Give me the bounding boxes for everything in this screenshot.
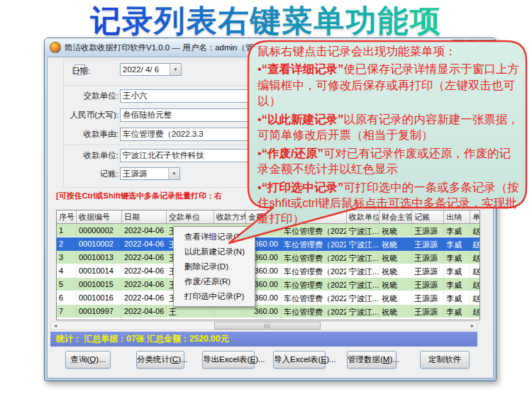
bookkeeper-select[interactable]: 王源源 ▼ [120, 167, 180, 180]
table-cell: 宁波江... [347, 291, 379, 305]
table-cell: 李威 [444, 305, 470, 317]
table-cell: 赵 [470, 264, 480, 278]
table-cell: 2022-04-06 [122, 264, 167, 278]
table-cell: 00010997 [77, 305, 122, 317]
export-excel-button[interactable]: 导出Excel表(E)... [202, 351, 255, 369]
table-cell: 宁波江... [347, 264, 379, 278]
bookkeeper-label: 记账: [59, 169, 118, 179]
batch-print-hint: [可按住Ctrl或Shift键选中多条记录批量打印：右 [56, 191, 222, 201]
table-row[interactable]: 7000109972022-04-06王360.00车位管理费（2022....… [57, 305, 480, 318]
scrollbar-thumb[interactable] [214, 322, 321, 330]
horizontal-scrollbar[interactable]: ◄ ► [50, 321, 477, 330]
table-cell: 00010013 [77, 251, 122, 264]
table-cell: 2022-04-06 [122, 278, 167, 291]
table-cell: 李威 [444, 278, 470, 291]
table-cell: 7 [57, 305, 77, 317]
table-cell: 5 [57, 278, 77, 291]
category-stats-button[interactable]: 分类统计(C)... [136, 351, 184, 369]
customize-button[interactable]: 定制软件 [420, 351, 470, 369]
payer-label: 交款单位: [59, 91, 118, 101]
table-cell: 2022-04-06 [122, 224, 167, 237]
table-row[interactable]: 4000100142022-04-06王360.00车位管理费（2022....… [57, 264, 480, 278]
scroll-left-icon[interactable]: ◄ [51, 322, 60, 330]
date-picker[interactable]: 2022/ 4/ 6 ▼ [120, 63, 182, 76]
query-button[interactable]: 查询(Q)... [65, 351, 111, 369]
date-label: 日期: [31, 66, 90, 77]
table-row[interactable]: 5000100152022-04-06王360.00车位管理费（2022....… [57, 278, 480, 291]
table-cell: 王源源 [412, 278, 444, 291]
table-cell: 2022-04-06 [122, 251, 167, 264]
manage-data-button[interactable]: 管理数据(M)... [347, 351, 397, 369]
table-cell: 赵 [470, 305, 480, 317]
table-cell: 祝晓 [379, 264, 412, 278]
table-cell: 00010014 [77, 264, 122, 278]
page: 记录列表右键菜单功能项 简洁收款收据打印软件V1.0.0 --- 用户名：adm… [0, 0, 532, 399]
status-bar: 统计： 汇总单据：07张 汇总金额：2520.00元 [50, 332, 477, 347]
import-excel-button[interactable]: 导入Excel表(E)... [273, 351, 326, 369]
table-cell: 6 [57, 291, 77, 305]
column-header[interactable]: 收据编号 [77, 210, 122, 223]
table-cell: 4 [57, 264, 77, 278]
table-cell: 车位管理费（2022.... [282, 264, 347, 278]
table-cell: 李威 [444, 291, 470, 305]
column-header[interactable]: 日期 [122, 210, 167, 223]
table-cell: 王源源 [412, 291, 444, 305]
table-row[interactable]: 6000100162022-04-06王360.00车位管理费（2022....… [57, 291, 480, 305]
table-cell: 祝晓 [379, 305, 412, 317]
table-cell: 祝晓 [379, 291, 412, 305]
table-cell: 车位管理费（2022.... [282, 305, 347, 317]
table-cell: 宁波江... [347, 305, 379, 317]
table-cell: 2 [57, 237, 77, 250]
bubble-bullet: •“以此新建记录”以原有记录的内容新建一张票据，可简单修改后开票（相当于复制） [257, 111, 519, 143]
menu-item-print-selected[interactable]: 打印选中记录(P) [174, 289, 255, 304]
table-cell: 3 [57, 251, 77, 264]
table-cell: 车位管理费（2022.... [282, 291, 347, 305]
payee-label: 收款单位: [59, 150, 118, 161]
bubble-bullet: •“作废/还原”可对已有记录作废或还原，作废的记录金额不统计并以红色显示 [257, 145, 519, 177]
table-cell: 车位管理费（2022.... [282, 278, 347, 291]
amount-caps-label: 人民币(大写): [59, 110, 118, 120]
table-cell: 李威 [444, 264, 470, 278]
table-cell: 王源源 [412, 305, 444, 317]
column-header[interactable]: 序号 [57, 210, 77, 223]
table-cell: 00000002 [77, 224, 122, 237]
table-cell: 赵 [470, 291, 480, 305]
table-cell: 1 [57, 224, 77, 237]
bookkeeper-value: 王源源 [123, 168, 168, 179]
table-cell: 2022-04-06 [122, 237, 167, 250]
menu-item-delete-record[interactable]: 删除记录(D) [174, 259, 255, 274]
table-cell: 祝晓 [379, 278, 412, 291]
bubble-content: 鼠标右键点击记录会出现功能菜单项： •“查看详细记录”使已保存记录详情显示于窗口… [257, 43, 519, 227]
table-cell: 2022-04-06 [122, 305, 167, 317]
table-cell: 00010016 [77, 291, 122, 305]
reason-label: 收款事由: [59, 129, 118, 140]
table-cell: 宁波江... [347, 278, 379, 291]
table-cell: 王源源 [412, 264, 444, 278]
bubble-bullet: •“查看详细记录”使已保存记录详情显示于窗口上方编辑框中，可修改后保存或再打印（… [257, 61, 519, 108]
chevron-down-icon[interactable]: ▼ [170, 64, 181, 75]
column-header[interactable]: 交款单位 [167, 210, 214, 223]
app-icon [50, 42, 61, 53]
bubble-intro: 鼠标右键点击记录会出现功能菜单项： [257, 43, 519, 59]
table-cell: 赵 [470, 278, 480, 291]
table-cell: 00010015 [77, 278, 122, 291]
chevron-down-icon[interactable]: ▼ [168, 168, 179, 179]
table-cell: 2022-04-06 [122, 291, 167, 305]
bubble-bullet: •“打印选中记录”可打印选中的一条或多条记录（按住shfit或ctrl键后鼠标点… [257, 179, 519, 227]
table-cell: 00010002 [77, 237, 122, 250]
menu-item-void-restore[interactable]: 作废/还原(R) [174, 274, 255, 289]
date-value: 2022/ 4/ 6 [123, 64, 170, 75]
scroll-right-icon[interactable]: ► [468, 322, 477, 330]
